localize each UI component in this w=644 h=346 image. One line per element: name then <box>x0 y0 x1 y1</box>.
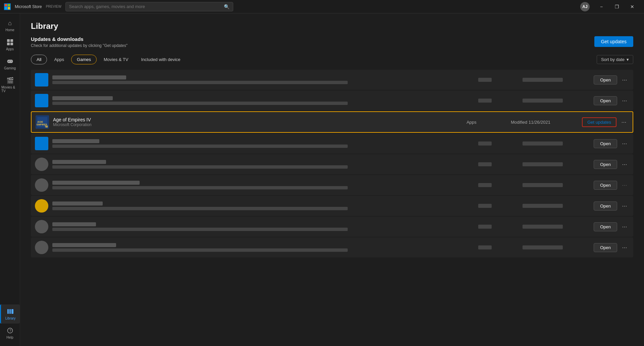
more-options-button[interactable]: ··· <box>620 182 629 189</box>
more-options-button[interactable]: ··· <box>619 119 629 126</box>
sidebar-label-home: Home <box>5 28 14 32</box>
date-blurred <box>523 78 563 82</box>
sidebar-item-movies[interactable]: 🎬 Movies & TV <box>0 73 20 96</box>
type-blurred <box>478 162 492 166</box>
apps-icon <box>6 39 14 46</box>
app-name <box>52 201 103 206</box>
app-name <box>52 75 126 79</box>
more-options-button[interactable]: ··· <box>620 223 629 230</box>
more-options-button[interactable]: ··· <box>620 161 629 168</box>
svg-rect-0 <box>5 4 7 6</box>
more-options-button[interactable]: ··· <box>620 140 629 147</box>
date-blurred <box>523 225 563 229</box>
sidebar-item-apps[interactable]: Apps <box>0 35 20 54</box>
app-name <box>52 160 106 164</box>
more-options-button[interactable]: ··· <box>620 97 629 104</box>
get-updates-button[interactable]: Get updates <box>594 36 633 47</box>
sidebar-item-home[interactable]: ⌂ Home <box>0 16 20 35</box>
filter-tab-apps[interactable]: Apps <box>48 55 70 64</box>
table-row: Open ··· <box>31 175 633 195</box>
sidebar-item-library[interactable]: Library <box>0 304 20 324</box>
app-date <box>523 204 590 208</box>
home-icon: ⌂ <box>6 19 14 27</box>
svg-rect-6 <box>7 43 10 45</box>
app-info <box>52 139 474 148</box>
svg-rect-3 <box>8 7 10 9</box>
app-type <box>478 245 518 249</box>
app-info: Age of Empires IV Microsoft Corporation <box>53 117 462 127</box>
open-button[interactable]: Open <box>594 96 617 105</box>
minimize-button[interactable]: − <box>594 1 609 12</box>
filter-tab-included[interactable]: Included with device <box>135 55 186 64</box>
app-actions: Open ··· <box>594 201 629 211</box>
svg-text:IV: IV <box>45 125 48 128</box>
updates-text: Updates & downloads Check for additional… <box>31 36 128 48</box>
open-button[interactable]: Open <box>594 139 617 148</box>
app-logo <box>4 3 11 10</box>
app-actions: Open ··· <box>594 139 629 148</box>
open-button[interactable]: Open <box>594 243 617 252</box>
close-button[interactable]: ✕ <box>625 1 640 12</box>
restore-button[interactable]: ❐ <box>609 1 625 12</box>
sort-dropdown[interactable]: Sort by date ▾ <box>597 55 633 64</box>
app-date <box>523 245 590 249</box>
table-row-aoe: AGE EMPIRES IV Age of Empires IV Microso… <box>31 111 633 133</box>
updates-subtitle: Check for additional updates by clicking… <box>31 43 128 48</box>
app-name: Microsoft Store <box>15 4 42 9</box>
sidebar: ⌂ Home Apps Gaming 🎬 <box>0 13 20 346</box>
app-type <box>478 78 518 82</box>
app-name <box>52 222 96 226</box>
app-actions: Open ··· <box>594 243 629 252</box>
filter-tab-movies[interactable]: Movies & TV <box>98 55 134 64</box>
preview-label: PREVIEW <box>46 5 61 8</box>
type-blurred <box>478 78 492 82</box>
search-bar[interactable]: 🔍 <box>65 2 233 11</box>
app-type: Apps <box>466 120 507 125</box>
open-button[interactable]: Open <box>594 201 617 211</box>
svg-rect-2 <box>5 7 7 9</box>
open-button[interactable]: Open <box>594 181 617 190</box>
app-date <box>523 78 590 82</box>
app-publisher <box>52 186 348 189</box>
open-button[interactable]: Open <box>594 160 617 169</box>
app-info <box>52 243 474 252</box>
type-blurred <box>478 183 492 187</box>
app-actions: Open ··· <box>594 160 629 169</box>
sidebar-label-apps: Apps <box>6 47 14 51</box>
sidebar-item-gaming[interactable]: Gaming <box>0 54 20 73</box>
avatar[interactable]: AJ <box>580 2 590 11</box>
sidebar-item-help[interactable]: ? Help <box>0 324 20 343</box>
app-name: Age of Empires IV <box>53 117 462 122</box>
filter-tab-games[interactable]: Games <box>71 55 97 64</box>
app-type <box>478 225 518 229</box>
open-button[interactable]: Open <box>594 75 617 84</box>
svg-text:?: ? <box>9 329 11 333</box>
more-options-button[interactable]: ··· <box>620 244 629 251</box>
app-publisher <box>52 81 348 84</box>
svg-rect-8 <box>7 309 9 314</box>
movies-icon: 🎬 <box>6 77 14 84</box>
app-info <box>52 181 474 189</box>
more-options-button[interactable]: ··· <box>620 76 629 83</box>
table-row: Open ··· <box>31 133 633 154</box>
page-title: Library <box>31 21 633 31</box>
app-icon <box>35 199 48 213</box>
library-icon <box>7 308 14 315</box>
app-actions: Open ··· <box>594 222 629 231</box>
filter-tab-all[interactable]: All <box>31 55 47 64</box>
app-date: Modified 11/26/2021 <box>511 120 578 125</box>
sidebar-label-movies: Movies & TV <box>1 85 18 93</box>
app-actions: Open ··· <box>594 181 629 190</box>
type-blurred <box>478 245 492 249</box>
app-publisher <box>52 165 348 169</box>
app-publisher <box>52 248 348 252</box>
app-actions: Get updates ··· <box>582 117 629 127</box>
open-button[interactable]: Open <box>594 222 617 231</box>
app-date <box>523 225 590 229</box>
search-input[interactable] <box>69 4 221 9</box>
app-type <box>478 141 518 146</box>
type-blurred <box>478 225 492 229</box>
get-updates-row-button[interactable]: Get updates <box>582 117 616 127</box>
more-options-button[interactable]: ··· <box>620 203 629 210</box>
table-row: Open ··· <box>31 196 633 216</box>
